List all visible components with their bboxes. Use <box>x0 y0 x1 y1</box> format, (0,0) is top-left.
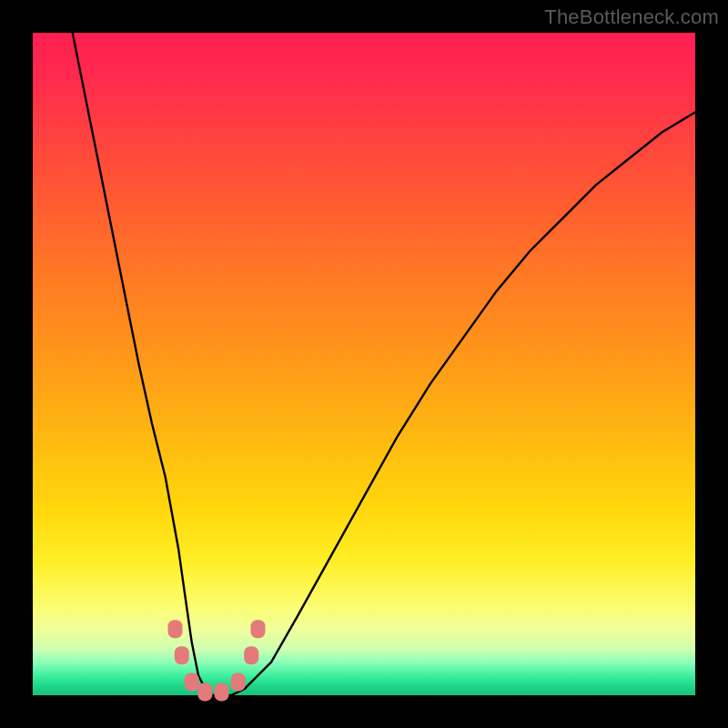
chart-frame: TheBottleneck.com <box>0 0 728 728</box>
curve-marker <box>168 620 183 638</box>
plot-area <box>33 33 695 695</box>
curve-marker <box>215 682 229 701</box>
curve-marker <box>231 672 246 691</box>
marker-group <box>168 620 266 701</box>
bottleneck-curve <box>73 33 695 695</box>
curve-marker <box>197 682 212 701</box>
curve-marker <box>175 646 189 664</box>
curve-marker <box>185 672 199 691</box>
watermark-text: TheBottleneck.com <box>544 5 719 29</box>
curve-marker <box>244 646 258 664</box>
curve-svg <box>33 33 695 695</box>
curve-marker <box>251 620 266 638</box>
